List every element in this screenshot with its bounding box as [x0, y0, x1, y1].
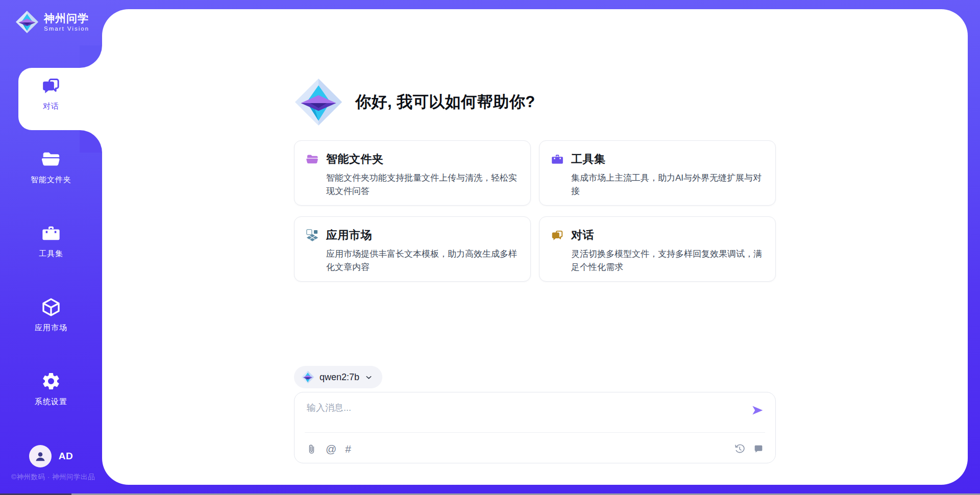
- folder-icon: [41, 149, 61, 169]
- composer: qwen2:7b @ #: [294, 366, 776, 463]
- sidebar-item-settings[interactable]: 系统设置: [0, 371, 102, 407]
- brand-diamond-icon: [294, 78, 343, 127]
- toolbox-icon: [551, 153, 564, 166]
- brand-logo: 神州问学 Smart Vision: [15, 10, 89, 34]
- card-description: 集成市场上主流工具，助力AI与外界无缝扩展与对接: [571, 171, 764, 199]
- card-toolset[interactable]: 工具集 集成市场上主流工具，助力AI与外界无缝扩展与对接: [539, 140, 776, 206]
- card-description: 应用市场提供丰富长文本模板，助力高效生成多样化文章内容: [326, 247, 519, 275]
- card-title: 应用市场: [326, 228, 372, 243]
- main-panel: 你好, 我可以如何帮助你? 智能文件夹 智能文件夹功能支持批量文件上传与清洗，轻…: [102, 9, 968, 485]
- sidebar-item-chat[interactable]: 对话: [0, 76, 102, 111]
- brand-diamond-icon: [15, 10, 39, 34]
- model-label: qwen2:7b: [320, 372, 359, 383]
- avatar: [29, 445, 52, 467]
- card-app-market[interactable]: 应用市场 应用市场提供丰富长文本模板，助力高效生成多样化文章内容: [294, 216, 531, 282]
- sidebar-item-toolset[interactable]: 工具集: [0, 223, 102, 259]
- card-chat[interactable]: 对话 灵活切换多模型文件，支持多样回复效果调试，满足个性化需求: [539, 216, 776, 282]
- person-icon: [33, 449, 48, 464]
- sidebar-item-smart-folder[interactable]: 智能文件夹: [0, 149, 102, 185]
- message-input-box: @ #: [294, 392, 776, 463]
- at-icon[interactable]: @: [326, 443, 336, 455]
- copyright-footer: ©神州数码 · 神州问学出品: [11, 473, 95, 482]
- message-input[interactable]: [306, 401, 740, 429]
- model-selector[interactable]: qwen2:7b: [294, 366, 382, 388]
- cube-icon: [41, 297, 61, 317]
- feature-cards: 智能文件夹 智能文件夹功能支持批量文件上传与清洗，轻松实现文件问答 工具集 集成…: [294, 140, 776, 282]
- greeting-text: 你好, 我可以如何帮助你?: [355, 91, 535, 113]
- card-smart-folder[interactable]: 智能文件夹 智能文件夹功能支持批量文件上传与清洗，轻松实现文件问答: [294, 140, 531, 206]
- chat-bubble-icon[interactable]: [753, 443, 764, 455]
- chevron-down-icon: [364, 373, 373, 382]
- hash-icon[interactable]: #: [345, 443, 351, 455]
- card-description: 智能文件夹功能支持批量文件上传与清洗，轻松实现文件问答: [326, 171, 519, 199]
- sidebar-item-app-market[interactable]: 应用市场: [0, 297, 102, 333]
- chat-icon: [551, 229, 564, 242]
- card-title: 工具集: [571, 152, 606, 167]
- greeting-row: 你好, 我可以如何帮助你?: [294, 78, 535, 127]
- sidebar-item-label: 对话: [0, 102, 102, 111]
- user-name: AD: [59, 451, 73, 462]
- sidebar: 神州问学 Smart Vision 对话 智能文件夹 工具集 应用市场 系统设置: [0, 0, 102, 495]
- input-divider: [305, 432, 765, 433]
- card-title: 智能文件夹: [326, 152, 384, 167]
- gear-icon: [41, 371, 61, 391]
- send-button[interactable]: [751, 404, 764, 417]
- grid-cube-icon: [306, 229, 319, 242]
- brand-subtitle: Smart Vision: [44, 26, 89, 32]
- folder-icon: [306, 153, 319, 166]
- model-diamond-icon: [301, 370, 314, 384]
- card-description: 灵活切换多模型文件，支持多样回复效果调试，满足个性化需求: [571, 247, 764, 275]
- main-content: 你好, 我可以如何帮助你? 智能文件夹 智能文件夹功能支持批量文件上传与清洗，轻…: [294, 9, 776, 485]
- chat-icon: [41, 76, 61, 96]
- user-profile[interactable]: AD: [0, 445, 102, 467]
- history-icon[interactable]: [734, 443, 745, 455]
- paperclip-icon[interactable]: [306, 443, 317, 455]
- brand-name: 神州问学: [44, 12, 89, 24]
- sidebar-item-label: 应用市场: [0, 323, 102, 333]
- sidebar-item-label: 智能文件夹: [0, 175, 102, 185]
- sidebar-item-label: 系统设置: [0, 397, 102, 407]
- toolbox-icon: [41, 223, 61, 243]
- sidebar-item-label: 工具集: [0, 249, 102, 259]
- card-title: 对话: [571, 228, 594, 243]
